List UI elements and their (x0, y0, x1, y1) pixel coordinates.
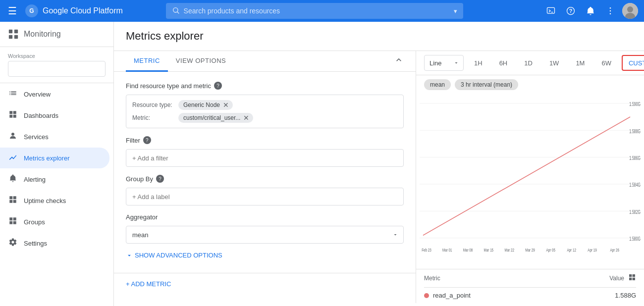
time-btn-1h[interactable]: 1H (468, 55, 489, 71)
svg-text:Mar 08: Mar 08 (463, 247, 473, 253)
sidebar-item-services[interactable]: Services (0, 126, 109, 147)
svg-point-12 (627, 6, 633, 12)
svg-text:1.590G: 1.590G (629, 102, 641, 107)
logo: G Google Cloud Platform (25, 4, 123, 18)
tabs: METRIC VIEW OPTIONS (114, 51, 416, 72)
left-panel: METRIC VIEW OPTIONS Find resource type a… (114, 51, 416, 303)
time-btn-6w[interactable]: 6W (595, 55, 618, 71)
find-resource-help-icon[interactable]: ? (214, 82, 222, 90)
uptime-checks-icon (8, 195, 18, 206)
svg-rect-17 (14, 35, 18, 39)
page-title: Metrics explorer (126, 30, 632, 43)
svg-text:1.580G: 1.580G (629, 236, 641, 242)
metric-chip-label: custom/critical_user... (183, 114, 240, 121)
legend-row: read_a_point 1.588G (424, 288, 636, 303)
svg-text:Apr 26: Apr 26 (610, 247, 620, 253)
sidebar-monitoring: Monitoring (0, 22, 113, 47)
find-resource-title: Find resource type and metric ? (126, 82, 404, 90)
settings-icon (8, 238, 18, 249)
legend-grid-icon[interactable] (628, 273, 636, 283)
overview-icon (8, 89, 18, 100)
aggregator-title: Aggregator (126, 213, 404, 221)
svg-text:1.586G: 1.586G (629, 155, 641, 161)
time-btn-1d[interactable]: 1D (518, 55, 539, 71)
topbar: ☰ G Google Cloud Platform ▾ ? (0, 0, 644, 22)
sidebar-item-groups[interactable]: Groups (0, 211, 109, 232)
metric-label: Metric: (132, 114, 174, 121)
show-advanced-label: SHOW ADVANCED OPTIONS (135, 252, 222, 259)
gcp-logo-icon: G (25, 4, 39, 18)
svg-text:1.588G: 1.588G (629, 128, 641, 134)
chart-toolbar: Line Bar Stacked bar Heatmap 1H 6H 1D 1W… (416, 51, 644, 75)
svg-rect-15 (14, 30, 18, 33)
resource-type-label: Resource type: (132, 102, 174, 108)
svg-text:Mar 29: Mar 29 (525, 247, 535, 253)
help-icon-btn[interactable]: ? (563, 3, 579, 19)
svg-text:Mar 01: Mar 01 (442, 247, 452, 253)
group-by-help-icon[interactable]: ? (156, 175, 164, 183)
chart-tag-interval[interactable]: 3 hr interval (mean) (455, 79, 518, 90)
svg-point-18 (11, 133, 14, 136)
alerting-label: Alerting (24, 176, 46, 183)
chart-svg: 1.590G 1.588G 1.586G 1.584G 1.582G 1.580… (416, 98, 644, 265)
terminal-icon-btn[interactable] (543, 3, 559, 19)
svg-text:Apr 12: Apr 12 (567, 247, 576, 253)
svg-rect-4 (547, 7, 554, 13)
show-advanced-btn[interactable]: SHOW ADVANCED OPTIONS (126, 252, 404, 259)
svg-text:Apr 19: Apr 19 (588, 247, 597, 253)
tab-view-options[interactable]: VIEW OPTIONS (168, 51, 234, 72)
sidebar-item-overview[interactable]: Overview (0, 84, 109, 104)
right-panel: Line Bar Stacked bar Heatmap 1H 6H 1D 1W… (416, 51, 644, 303)
svg-text:Mar 15: Mar 15 (484, 247, 494, 253)
sidebar: Monitoring Workspace Overview Dashboards (0, 22, 114, 306)
chart-type-select[interactable]: Line Bar Stacked bar Heatmap (424, 55, 464, 71)
legend-metric-header: Metric (424, 275, 440, 282)
add-metric-bar: + ADD METRIC (114, 273, 416, 295)
sidebar-item-dashboards[interactable]: Dashboards (0, 105, 109, 126)
resource-type-chip-close[interactable]: ✕ (223, 101, 229, 109)
filter-help-icon[interactable]: ? (143, 136, 151, 144)
chart-tag-mean[interactable]: mean (424, 79, 451, 90)
group-by-input[interactable] (126, 188, 404, 205)
svg-rect-14 (9, 30, 12, 33)
time-btn-1m[interactable]: 1M (569, 55, 591, 71)
add-metric-btn[interactable]: + ADD METRIC (126, 280, 171, 288)
time-btn-6h[interactable]: 6H (493, 55, 514, 71)
app-layout: Monitoring Workspace Overview Dashboards (0, 22, 644, 306)
sidebar-item-uptime-checks[interactable]: Uptime checks (0, 190, 109, 211)
search-input[interactable] (184, 7, 450, 15)
sidebar-item-settings[interactable]: Settings (0, 233, 109, 254)
dashboards-icon (8, 110, 18, 121)
workspace-label: Workspace (8, 53, 106, 59)
workspace-input[interactable] (8, 61, 106, 77)
metric-chip-close[interactable]: ✕ (243, 114, 249, 122)
groups-label: Groups (24, 218, 45, 226)
time-btn-custom[interactable]: CUSTOM (622, 55, 644, 71)
sidebar-item-alerting[interactable]: Alerting (0, 169, 109, 190)
chart-area: 1.590G 1.588G 1.586G 1.584G 1.582G 1.580… (416, 94, 644, 269)
svg-line-3 (177, 12, 179, 13)
filter-input[interactable] (126, 149, 404, 167)
menu-icon[interactable]: ☰ (6, 3, 19, 19)
content-area: METRIC VIEW OPTIONS Find resource type a… (114, 51, 644, 303)
legend-dot (424, 293, 429, 298)
monitoring-label: Monitoring (24, 30, 61, 39)
topbar-actions: ? (543, 3, 638, 19)
svg-text:1.582G: 1.582G (629, 209, 641, 215)
metrics-explorer-label: Metrics explorer (24, 154, 69, 162)
tab-metric[interactable]: METRIC (126, 51, 168, 72)
more-icon-btn[interactable] (602, 3, 618, 19)
user-avatar[interactable] (622, 3, 638, 19)
notifications-icon-btn[interactable] (583, 3, 598, 19)
aggregator-select[interactable]: mean sum count min max (126, 226, 404, 244)
resource-type-chip[interactable]: Generic Node ✕ (178, 100, 233, 110)
metric-chip[interactable]: custom/critical_user... ✕ (178, 113, 253, 123)
resource-type-chip-label: Generic Node (183, 102, 220, 108)
time-btn-1w[interactable]: 1W (543, 55, 566, 71)
svg-text:Mar 22: Mar 22 (504, 247, 514, 253)
search-dropdown-icon[interactable]: ▾ (454, 7, 457, 15)
collapse-panel-btn[interactable] (394, 55, 404, 67)
monitoring-icon (8, 29, 19, 40)
search-bar[interactable]: ▾ (166, 3, 463, 19)
sidebar-item-metrics-explorer[interactable]: Metrics explorer (0, 148, 109, 168)
